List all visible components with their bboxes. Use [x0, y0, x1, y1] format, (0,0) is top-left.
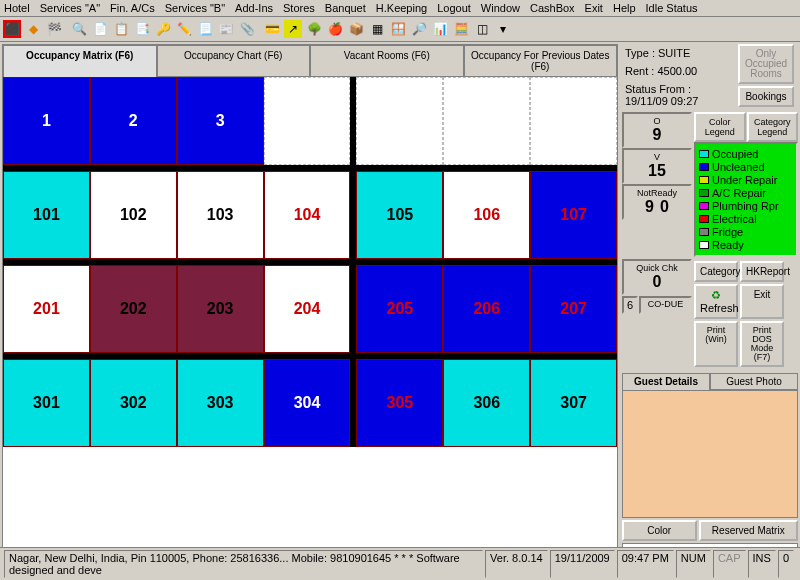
tb-search[interactable]: 🔍	[69, 19, 89, 39]
o-label: O	[630, 116, 684, 126]
menu-item[interactable]: Hotel	[4, 2, 30, 14]
category-button[interactable]: Category	[694, 261, 738, 282]
menu-item[interactable]: Add-Ins	[235, 2, 273, 14]
tb-exit[interactable]: ↗	[283, 19, 303, 39]
tb-doc4[interactable]: 📃	[195, 19, 215, 39]
tb-grid[interactable]: ▦	[367, 19, 387, 39]
hkreport-button[interactable]: HKReport	[740, 261, 784, 282]
o-value: 9	[630, 126, 684, 144]
menu-item[interactable]: Exit	[585, 2, 603, 14]
room-cell[interactable]: 205	[356, 265, 443, 353]
room-cell[interactable]: 104	[264, 171, 351, 259]
room-cell[interactable]: 107	[530, 171, 617, 259]
room-cell[interactable]: 105	[356, 171, 443, 259]
co-n: 6	[622, 296, 638, 314]
category-legend-tab[interactable]: Category Legend	[747, 112, 799, 142]
tab-vacant[interactable]: Vacant Rooms (F6)	[310, 45, 464, 77]
room-cell[interactable]: 306	[443, 359, 530, 447]
legend-item: Uncleaned	[699, 161, 793, 173]
refresh-button[interactable]: ♻ Refresh	[694, 284, 738, 319]
only-occupied-button[interactable]: Only Occupied Rooms	[738, 44, 794, 84]
color-button[interactable]: Color	[622, 520, 697, 541]
room-cell[interactable]	[264, 77, 351, 165]
room-grid: 1231011021031041051061072012022032042052…	[3, 77, 617, 559]
print-button[interactable]: Print (Win)	[694, 321, 738, 367]
menu-item[interactable]: Services "B"	[165, 2, 225, 14]
tb-search2[interactable]: 🔎	[409, 19, 429, 39]
room-cell[interactable]: 204	[264, 265, 351, 353]
menu-item[interactable]: CashBox	[530, 2, 575, 14]
statusbar: Nagar, New Delhi, India, Pin 110005, Pho…	[0, 547, 800, 580]
room-cell[interactable]: 305	[356, 359, 443, 447]
tb-drop[interactable]: ▾	[493, 19, 513, 39]
menubar: HotelServices "A"Fin. A/CsServices "B"Ad…	[0, 0, 800, 17]
reserved-matrix-button[interactable]: Reserved Matrix	[699, 520, 799, 541]
menu-item[interactable]: Idle Status	[646, 2, 698, 14]
room-cell[interactable]: 102	[90, 171, 177, 259]
menu-item[interactable]: Banquet	[325, 2, 366, 14]
room-cell[interactable]	[356, 77, 443, 165]
bookings-button[interactable]: Bookings	[738, 86, 794, 107]
printdos-button[interactable]: Print DOS Mode (F7)	[740, 321, 784, 367]
tb-stop[interactable]: ⬛	[2, 19, 22, 39]
tab-chart[interactable]: Occupancy Chart (F6)	[157, 45, 311, 77]
rent-label: Rent :	[625, 65, 657, 77]
tb-clip[interactable]: 📎	[237, 19, 257, 39]
tb-win[interactable]: 🪟	[388, 19, 408, 39]
tb-apple[interactable]: 🍎	[325, 19, 345, 39]
tb-cube[interactable]: ◫	[472, 19, 492, 39]
room-cell[interactable]	[443, 77, 530, 165]
room-cell[interactable]: 201	[3, 265, 90, 353]
room-cell[interactable]: 2	[90, 77, 177, 165]
room-cell[interactable]: 103	[177, 171, 264, 259]
tb-doc1[interactable]: 📄	[90, 19, 110, 39]
guest-details-tab[interactable]: Guest Details	[622, 373, 710, 390]
room-cell[interactable]: 302	[90, 359, 177, 447]
menu-item[interactable]: Fin. A/Cs	[110, 2, 155, 14]
tb-pencil[interactable]: ✏️	[174, 19, 194, 39]
guest-photo-tab[interactable]: Guest Photo	[710, 373, 798, 390]
menu-item[interactable]: Stores	[283, 2, 315, 14]
v-value: 15	[630, 162, 684, 180]
room-cell[interactable]: 304	[264, 359, 351, 447]
status-label: Status From :	[625, 83, 691, 95]
menu-item[interactable]: Help	[613, 2, 636, 14]
tb-key[interactable]: 🔑	[153, 19, 173, 39]
v-label: V	[630, 152, 684, 162]
tb-calc[interactable]: 🧮	[451, 19, 471, 39]
tb-info[interactable]: ◆	[23, 19, 43, 39]
nr-a: 9	[645, 198, 654, 216]
menu-item[interactable]: Window	[481, 2, 520, 14]
tb-doc2[interactable]: 📋	[111, 19, 131, 39]
tb-tree[interactable]: 🌳	[304, 19, 324, 39]
room-cell[interactable]: 303	[177, 359, 264, 447]
color-legend-tab[interactable]: Color Legend	[694, 112, 746, 142]
room-cell[interactable]: 101	[3, 171, 90, 259]
room-cell[interactable]	[530, 77, 617, 165]
room-cell[interactable]: 202	[90, 265, 177, 353]
room-cell[interactable]: 307	[530, 359, 617, 447]
room-cell[interactable]: 203	[177, 265, 264, 353]
room-cell[interactable]: 1	[3, 77, 90, 165]
tab-matrix[interactable]: Occupancy Matrix (F6)	[3, 45, 157, 77]
menu-item[interactable]: Logout	[437, 2, 471, 14]
room-cell[interactable]: 3	[177, 77, 264, 165]
tb-doc3[interactable]: 📑	[132, 19, 152, 39]
room-cell[interactable]: 301	[3, 359, 90, 447]
rent-value: 4500.00	[657, 65, 697, 77]
room-cell[interactable]: 206	[443, 265, 530, 353]
legend-item: Under Repair	[699, 174, 793, 186]
tb-card[interactable]: 💳	[262, 19, 282, 39]
tb-flag[interactable]: 🏁	[44, 19, 64, 39]
nr-b: 0	[660, 198, 669, 216]
tb-doc5[interactable]: 📰	[216, 19, 236, 39]
menu-item[interactable]: Services "A"	[40, 2, 100, 14]
room-cell[interactable]: 106	[443, 171, 530, 259]
tb-box[interactable]: 📦	[346, 19, 366, 39]
room-cell[interactable]: 207	[530, 265, 617, 353]
exit-button[interactable]: Exit	[740, 284, 784, 319]
menu-item[interactable]: H.Keeping	[376, 2, 427, 14]
tab-prev[interactable]: Occupancy For Previous Dates (F6)	[464, 45, 618, 77]
tb-chart[interactable]: 📊	[430, 19, 450, 39]
status-time: 09:47 PM	[617, 550, 674, 578]
